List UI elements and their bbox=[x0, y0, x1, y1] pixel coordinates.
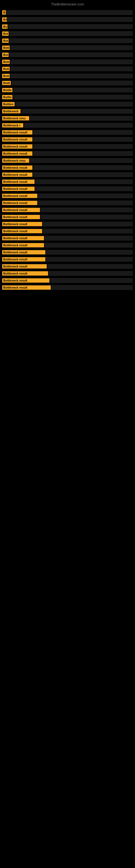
list-item: Bot bbox=[2, 38, 133, 43]
list-item: Bottleneck result bbox=[2, 243, 133, 248]
list-item: Bottleneck result bbox=[2, 193, 133, 198]
bottleneck-label: Bottleneck result bbox=[2, 194, 37, 198]
bottleneck-bar bbox=[35, 179, 133, 184]
site-title: TheBottlenecker.com bbox=[0, 0, 135, 7]
bottleneck-bar bbox=[15, 102, 133, 106]
bottleneck-label: B4 bbox=[2, 18, 7, 22]
bottleneck-label: B bbox=[2, 10, 6, 14]
list-item: Bottleneck result bbox=[2, 130, 133, 135]
bottleneck-bar bbox=[11, 81, 133, 86]
bottleneck-label: Bottleneck result bbox=[2, 215, 40, 219]
bottleneck-bar bbox=[8, 17, 133, 22]
bottleneck-bar bbox=[10, 66, 133, 71]
bottleneck-label: Bot bbox=[2, 53, 9, 57]
list-item: Bottleneck result bbox=[2, 151, 133, 156]
bottleneck-label: Bot bbox=[2, 31, 9, 36]
bottleneck-label: Bottleneck result bbox=[2, 137, 32, 142]
bottleneck-label: Bottleneck result bbox=[2, 271, 48, 276]
bottleneck-bar bbox=[9, 52, 133, 57]
bottleneck-label: Bottleneck result bbox=[2, 285, 51, 290]
list-item: Bottleneck result bbox=[2, 285, 133, 290]
bottleneck-label: Bottleneck result bbox=[2, 165, 32, 170]
bottleneck-bar bbox=[10, 59, 133, 64]
bottleneck-label: Bottleneck result bbox=[2, 243, 44, 247]
bottleneck-label: Bottlen bbox=[2, 102, 14, 106]
list-item: Bottleneck bbox=[2, 109, 133, 114]
bottleneck-bar bbox=[45, 236, 133, 241]
bottleneck-bar bbox=[47, 264, 133, 269]
list-item: Bottleneck result bbox=[2, 144, 133, 149]
bottleneck-label: Bottleneck result bbox=[2, 257, 45, 261]
bottleneck-label: Bott bbox=[2, 67, 10, 71]
list-item: Bott bbox=[2, 59, 133, 64]
list-item: Bottleneck resu bbox=[2, 116, 133, 121]
bottleneck-label: Bottl bbox=[2, 81, 11, 85]
bottleneck-bar bbox=[41, 208, 133, 212]
bottleneck-bar bbox=[6, 10, 133, 15]
bottleneck-label: Bot bbox=[2, 38, 9, 43]
bottleneck-bar bbox=[43, 229, 133, 234]
list-item: Bottleneck result bbox=[2, 229, 133, 234]
list-item: Bottleneck result bbox=[2, 264, 133, 269]
list-item: Bottleneck result bbox=[2, 222, 133, 226]
bottleneck-bar bbox=[13, 88, 133, 93]
list-item: Bottleneck r bbox=[2, 123, 133, 128]
bottleneck-bar bbox=[33, 165, 133, 170]
bottleneck-label: Bo bbox=[2, 24, 8, 29]
bottleneck-bar bbox=[50, 278, 133, 283]
list-item: Bottleneck result bbox=[2, 165, 133, 170]
bottleneck-label: Bottleneck result bbox=[2, 151, 32, 156]
bottleneck-bar bbox=[33, 130, 133, 135]
bottleneck-label: Bottleneck result bbox=[2, 236, 44, 240]
bottleneck-bar bbox=[33, 144, 133, 149]
list-item: Bottleneck result bbox=[2, 250, 133, 255]
list-item: Bottleneck result bbox=[2, 236, 133, 241]
list-item: Bott bbox=[2, 45, 133, 50]
list-item: Bo bbox=[2, 24, 133, 29]
bottleneck-bar bbox=[35, 186, 133, 191]
list-item: B4 bbox=[2, 17, 133, 22]
bottleneck-label: Bottleneck r bbox=[2, 123, 23, 127]
bottleneck-bar bbox=[8, 24, 133, 29]
bottleneck-label: Bottleneck result bbox=[2, 264, 47, 269]
bottleneck-bar bbox=[38, 200, 133, 205]
bottleneck-label: Bott bbox=[2, 45, 10, 50]
items-container: BB4BoBotBotBottBotBottBottBottBottlBottl… bbox=[0, 7, 135, 295]
bottleneck-bar bbox=[24, 123, 133, 128]
list-item: Bottle bbox=[2, 95, 133, 99]
bottleneck-bar bbox=[45, 243, 133, 248]
list-item: B bbox=[2, 10, 133, 15]
list-item: Bottlen bbox=[2, 102, 133, 106]
bottleneck-bar bbox=[9, 31, 133, 36]
list-item: Bottleneck result bbox=[2, 257, 133, 262]
bottleneck-label: Bott bbox=[2, 60, 10, 64]
bottleneck-label: Bottleneck result bbox=[2, 208, 40, 212]
bottleneck-bar bbox=[51, 285, 133, 290]
list-item: Bottleneck result bbox=[2, 200, 133, 205]
bottleneck-label: Bottleneck result bbox=[2, 187, 35, 191]
bottleneck-bar bbox=[33, 172, 133, 177]
list-item: Bottleneck result bbox=[2, 137, 133, 142]
bottleneck-bar bbox=[33, 137, 133, 142]
bottleneck-label: Bottleneck bbox=[2, 109, 20, 113]
bottleneck-label: Bottleneck result bbox=[2, 144, 32, 149]
bottleneck-label: Bottleneck resu bbox=[2, 116, 29, 120]
bottleneck-bar bbox=[46, 250, 133, 255]
bottleneck-bar bbox=[30, 116, 133, 121]
bottleneck-bar bbox=[38, 193, 133, 198]
list-item: Bottleneck result bbox=[2, 172, 133, 177]
list-item: Bottleneck result bbox=[2, 208, 133, 212]
list-item: Bot bbox=[2, 52, 133, 57]
bottleneck-bar bbox=[41, 215, 133, 219]
bottleneck-bar bbox=[30, 158, 133, 163]
list-item: Bottleneck resu bbox=[2, 158, 133, 163]
bottleneck-bar bbox=[33, 151, 133, 156]
bottleneck-label: Bottleneck result bbox=[2, 201, 37, 205]
list-item: Bottl bbox=[2, 81, 133, 86]
list-item: Bott bbox=[2, 73, 133, 79]
list-item: Bottleneck result bbox=[2, 271, 133, 276]
list-item: Bottleneck result bbox=[2, 186, 133, 191]
bottleneck-bar bbox=[43, 222, 133, 226]
bottleneck-bar bbox=[46, 257, 133, 262]
list-item: Bot bbox=[2, 31, 133, 36]
